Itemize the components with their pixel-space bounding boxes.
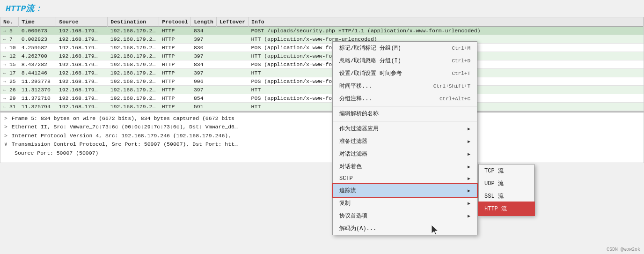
cell-no: → 25 (0, 77, 19, 86)
cell-time: 11.312370 (19, 86, 56, 94)
detail-line[interactable]: > Internet Protocol Version 4, Src: 192.… (4, 132, 640, 140)
table-row[interactable]: ← 12 4.262700 192.168.179… 192.168.179.2… (0, 52, 644, 60)
context-menu-item[interactable]: 编辑解析的名称 (333, 107, 477, 120)
cell-len: 834 (191, 60, 216, 69)
menu-item-label: 解码为(A)... (339, 224, 376, 232)
context-menu-item[interactable]: 标记/取消标记 分组(M) Ctrl+M (333, 42, 477, 54)
cell-time: 8.441246 (19, 69, 56, 77)
sub-menu-item-label: HTTP 流 (484, 205, 507, 213)
col-header-no: No. (0, 17, 19, 27)
menu-item-shortcut: Ctrl+D (452, 58, 470, 64)
cell-dst: 192.168.179.2… (108, 44, 159, 52)
context-menu-item[interactable]: 分组注释... Ctrl+Alt+C (333, 92, 477, 105)
cell-leftover (216, 60, 248, 69)
sub-menu-item[interactable]: TCP 流 (479, 164, 534, 177)
context-menu-item[interactable]: 作为过滤器应用 ▶ (333, 122, 477, 135)
cell-no: → 29 (0, 94, 19, 103)
cell-dst: 192.168.179.2… (108, 52, 159, 60)
cell-leftover (216, 52, 248, 60)
context-menu-item[interactable]: 设置/取消设置 时间参考 Ctrl+T (333, 67, 477, 80)
detail-line[interactable]: Source Port: 50007 (50007) (14, 149, 640, 157)
cell-dst: 192.168.179.2… (108, 77, 159, 86)
cell-proto: HTTP (159, 27, 191, 35)
table-row[interactable]: ← 7 0.002823 192.168.179… 192.168.179.2…… (0, 35, 644, 44)
menu-item-label: 忽略/取消忽略 分组(I) (339, 57, 401, 65)
context-menu-item[interactable]: 复制 ▶ (333, 197, 477, 209)
table-row[interactable]: ← 17 8.441246 192.168.179… 192.168.179.2… (0, 69, 644, 77)
cell-len: 854 (191, 94, 216, 103)
context-menu-item[interactable]: 协议首选项 ▶ (333, 209, 477, 222)
cell-len: 397 (191, 86, 216, 94)
table-row[interactable]: → 10 4.259582 192.168.179… 192.168.179.2… (0, 44, 644, 52)
detail-line[interactable]: > Frame 5: 834 bytes on wire (6672 bits)… (4, 114, 640, 123)
cell-time: 11.372710 (19, 94, 56, 103)
page-title: HTTP流： (6, 4, 43, 14)
context-menu-item[interactable]: SCTP ▶ (333, 173, 477, 184)
cell-time: 4.259582 (19, 44, 56, 52)
cell-no: → 5 (0, 27, 19, 35)
packet-table-container: No. Time Source Destination Protocol Len… (0, 17, 644, 112)
cell-leftover (216, 27, 248, 35)
col-header-info: Info (249, 17, 644, 27)
detail-arrow: > (4, 115, 7, 121)
detail-line[interactable]: ∨ Transmission Control Protocol, Src Por… (4, 140, 640, 149)
context-menu[interactable]: 标记/取消标记 分组(M) Ctrl+M 忽略/取消忽略 分组(I) Ctrl+… (332, 41, 477, 235)
table-header-row: No. Time Source Destination Protocol Len… (0, 17, 644, 27)
menu-item-label: 标记/取消标记 分组(M) (339, 44, 401, 52)
cell-time: 0.002823 (19, 35, 56, 44)
table-row[interactable]: ← 31 11.375794 192.168.179… 192.168.179.… (0, 103, 644, 111)
cell-src: 192.168.179… (56, 77, 108, 86)
submenu-arrow-icon: ▶ (468, 126, 470, 132)
cell-time: 8.437282 (19, 60, 56, 69)
sub-menu-item[interactable]: UDP 流 (479, 177, 534, 190)
cell-proto: HTTP (159, 35, 191, 44)
cell-len: 830 (191, 44, 216, 52)
context-menu-item[interactable]: 对话过滤器 ▶ (333, 148, 477, 160)
sub-menu-item[interactable]: HTTP 流 (479, 202, 534, 215)
cell-no: → 15 (0, 60, 19, 69)
table-row[interactable]: → 15 8.437282 192.168.179… 192.168.179.2… (0, 60, 644, 69)
submenu-arrow-icon: ▶ (468, 176, 470, 181)
details-panel: > Frame 5: 834 bytes on wire (6672 bits)… (0, 112, 644, 163)
cell-leftover (216, 86, 248, 94)
context-menu-item[interactable]: 解码为(A)... (333, 222, 477, 235)
svg-marker-0 (432, 225, 438, 235)
sub-menu-item[interactable]: SSL 流 (479, 190, 534, 202)
submenu-arrow-icon: ▶ (468, 213, 470, 219)
submenu-arrow-icon: ▶ (468, 164, 470, 170)
cell-proto: HTTP (159, 103, 191, 111)
sub-context-menu[interactable]: TCP 流UDP 流SSL 流HTTP 流 (478, 164, 534, 216)
context-menu-item[interactable]: 对话着色 ▶ (333, 160, 477, 173)
col-header-proto: Protocol (159, 17, 191, 27)
table-row[interactable]: → 5 0.000673 192.168.179… 192.168.179.2…… (0, 27, 644, 35)
cell-src: 192.168.179… (56, 86, 108, 94)
sub-menu-item-label: SSL 流 (484, 192, 504, 200)
cell-leftover (216, 77, 248, 86)
col-header-leftover: Leftover (216, 17, 248, 27)
col-header-src: Source (56, 17, 108, 27)
context-menu-item[interactable]: 追踪流 ▶ (333, 184, 477, 197)
cell-proto: HTTP (159, 60, 191, 69)
context-menu-item[interactable]: 准备过滤器 ▶ (333, 135, 477, 148)
menu-item-label: 分组注释... (339, 95, 372, 103)
submenu-arrow-icon: ▶ (468, 201, 470, 206)
cell-proto: HTTP (159, 69, 191, 77)
cell-dst: 192.168.179.2… (108, 27, 159, 35)
cell-no: ← 12 (0, 52, 19, 60)
cell-leftover (216, 35, 248, 44)
menu-item-shortcut: Ctrl+Shift+T (433, 83, 470, 89)
context-menu-item[interactable]: 忽略/取消忽略 分组(I) Ctrl+D (333, 54, 477, 67)
cell-proto: HTTP (159, 44, 191, 52)
table-row[interactable]: → 29 11.372710 192.168.179… 192.168.179.… (0, 94, 644, 103)
cell-dst: 192.168.179.2… (108, 69, 159, 77)
table-row[interactable]: → 25 11.293778 192.168.179… 192.168.179.… (0, 77, 644, 86)
context-menu-item[interactable]: 时间平移... Ctrl+Shift+T (333, 80, 477, 92)
detail-line[interactable]: > Ethernet II, Src: Vmware_7c:73:6c (00:… (4, 123, 640, 131)
cell-no: ← 17 (0, 69, 19, 77)
detail-arrow: ∨ (4, 141, 7, 147)
menu-item-label: 追踪流 (339, 187, 356, 194)
cell-leftover (216, 44, 248, 52)
table-row[interactable]: ← 26 11.312370 192.168.179… 192.168.179.… (0, 86, 644, 94)
sub-menu-item-label: TCP 流 (484, 167, 504, 175)
cell-dst: 192.168.179.2… (108, 60, 159, 69)
